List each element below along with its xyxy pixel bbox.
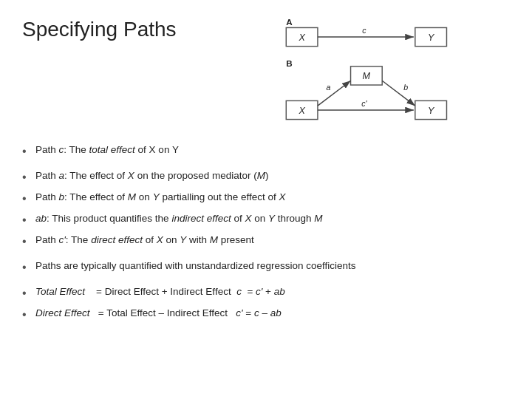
bullet-path-cprime: • Path c': The direct effect of X on Y w… xyxy=(22,233,510,250)
bullet-text-1: Path c: The total effect of X on Y xyxy=(35,143,179,157)
bullet-dot-2: • xyxy=(22,168,35,186)
bullet-dot-3: • xyxy=(22,190,35,208)
bullet-path-b: • Path b: The effect of M on Y partialli… xyxy=(22,190,510,208)
page: Specifying Paths A Y --> X Y c xyxy=(0,0,532,399)
bullet-regression: • Paths are typically quantified with un… xyxy=(22,259,510,276)
page-title: Specifying Paths xyxy=(22,15,200,41)
label-x-top: X xyxy=(298,33,305,43)
bullet-dot-6: • xyxy=(22,259,35,276)
bullet-path-a: • Path a: The effect of X on the propose… xyxy=(22,168,510,186)
formula-total: • Total Effect = Direct Effect + Indirec… xyxy=(22,284,510,302)
label-c: c xyxy=(362,26,366,35)
formula-direct: • Direct Effect = Total Effect – Indirec… xyxy=(22,306,510,324)
bullet-text-6: Paths are typically quantified with unst… xyxy=(35,259,356,273)
bullet-text-4: ab: This product quantifies the indirect… xyxy=(35,211,323,226)
bullet-total-effect: • Path c: The total effect of X on Y xyxy=(22,143,510,160)
arrow-a xyxy=(318,81,351,106)
label-b: b xyxy=(403,83,408,92)
bullet-dot-5: • xyxy=(22,233,35,250)
bullet-dot-4: • xyxy=(22,211,35,229)
bullet-dot-7: • xyxy=(22,284,35,302)
label-x-bot: X xyxy=(298,106,305,116)
label-m: M xyxy=(363,71,371,81)
bullet-text-3: Path b: The effect of M on Y partialling… xyxy=(35,190,286,205)
bullet-text-2: Path a: The effect of X on the proposed … xyxy=(35,168,268,183)
diagram-area: A Y --> X Y c B M Y --> X Y xyxy=(222,15,510,135)
bullet-text-5: Path c': The direct effect of X on Y wit… xyxy=(35,233,254,248)
paths-diagram: A Y --> X Y c B M Y --> X Y xyxy=(222,15,458,133)
label-cprime: c' xyxy=(361,99,367,108)
arrow-b xyxy=(382,81,415,106)
bullet-dot-1: • xyxy=(22,143,35,160)
label-a: a xyxy=(327,83,331,92)
formula-text-direct: Direct Effect = Total Effect – Indirect … xyxy=(35,306,282,321)
bullet-ab: • ab: This product quantifies the indire… xyxy=(22,211,510,229)
section-a-label: A xyxy=(286,17,293,27)
formula-text-total: Total Effect = Direct Effect + Indirect … xyxy=(35,284,285,299)
content-area: • Path c: The total effect of X on Y • P… xyxy=(22,143,510,324)
bullet-dot-8: • xyxy=(22,306,35,324)
section-b-label: B xyxy=(286,58,292,68)
header-row: Specifying Paths A Y --> X Y c xyxy=(22,15,510,135)
